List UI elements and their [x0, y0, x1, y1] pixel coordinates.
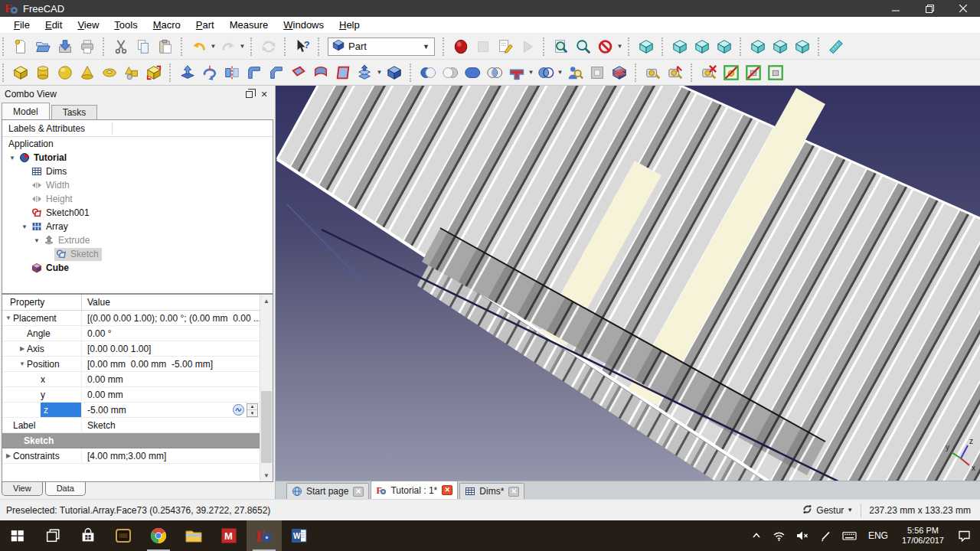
property-value[interactable]: [(0.00 0.00 1.00); 0.00 °; (0.00 mm 0.00… — [82, 311, 260, 325]
copy-icon[interactable] — [132, 35, 154, 57]
property-value[interactable]: -5.00 mm▲▼ — [82, 403, 260, 417]
close-button[interactable] — [946, 0, 980, 17]
ruled-surface-icon[interactable] — [309, 61, 332, 83]
document-tab-tutorial-1[interactable]: FTutorial : 1*✕ — [371, 481, 458, 499]
property-row-x[interactable]: x0.00 mm — [2, 372, 260, 387]
macro-record-icon[interactable] — [449, 35, 472, 57]
property-row-constraints[interactable]: ▶Constraints[4.00 mm;3.00 mm] — [2, 448, 260, 464]
document-tab-start-page[interactable]: Start page✕ — [286, 483, 369, 499]
property-row-angle[interactable]: Angle0.00 ° — [2, 326, 260, 341]
tree-root-application[interactable]: Application — [2, 137, 273, 151]
redo-icon[interactable] — [217, 35, 239, 57]
chevron-down-icon[interactable]: ▼ — [528, 69, 534, 76]
measure-distance-icon[interactable] — [825, 35, 847, 57]
toolbar-handle[interactable] — [169, 64, 173, 82]
chevron-down-icon[interactable]: ▼ — [557, 69, 564, 76]
scroll-down-icon[interactable]: ▼ — [260, 469, 273, 481]
cone-icon[interactable] — [76, 61, 98, 83]
tab-view[interactable]: View — [2, 482, 43, 496]
chevron-up-icon[interactable] — [746, 530, 767, 541]
m-app-icon[interactable]: M — [211, 520, 247, 551]
scroll-thumb[interactable] — [261, 391, 272, 462]
explorer-icon[interactable] — [176, 520, 211, 551]
view-bottom-icon[interactable] — [769, 35, 791, 57]
language-indicator[interactable]: ENG — [862, 530, 894, 541]
menu-macro[interactable]: Macro — [145, 18, 188, 32]
zoom-fit-icon[interactable] — [550, 35, 572, 57]
task-view-icon[interactable] — [35, 520, 70, 551]
box-icon[interactable] — [9, 61, 31, 83]
undo-icon[interactable] — [188, 35, 210, 57]
spin-up-icon[interactable]: ▲ — [247, 404, 257, 411]
close-panel-icon[interactable]: ✕ — [258, 88, 270, 100]
tree-item-cube[interactable]: Cube — [2, 261, 273, 275]
tree-item-width[interactable]: Width — [2, 178, 273, 192]
menu-file[interactable]: File — [6, 18, 38, 32]
property-row-placement[interactable]: ▼Placement[(0.00 0.00 1.00); 0.00 °; (0.… — [2, 311, 260, 326]
workbench-selector[interactable]: Part▼ — [328, 37, 435, 56]
cut-icon[interactable] — [109, 35, 132, 57]
measure-angular-icon[interactable] — [664, 61, 686, 83]
paste-icon[interactable] — [154, 35, 176, 57]
property-value[interactable]: [4.00 mm;3.00 mm] — [82, 448, 260, 463]
spin-down-icon[interactable]: ▼ — [247, 410, 257, 416]
measure-linear-icon[interactable] — [642, 61, 664, 83]
extrude-icon[interactable] — [176, 61, 198, 83]
toolbar-handle[interactable] — [543, 37, 547, 56]
close-tab-icon[interactable]: ✕ — [508, 487, 519, 497]
tree-item-dims[interactable]: Dims — [2, 165, 273, 178]
shape-builder-icon[interactable] — [142, 61, 165, 83]
toolbar-handle[interactable] — [662, 37, 665, 56]
toolbar-handle[interactable] — [443, 37, 446, 56]
view-rear-icon[interactable] — [746, 35, 769, 57]
toolbar-handle[interactable] — [103, 37, 106, 56]
view-left-icon[interactable] — [791, 35, 813, 57]
open-file-icon[interactable] — [31, 35, 54, 57]
chevron-expanded-icon[interactable]: ▼ — [19, 223, 30, 230]
boolean-union-icon[interactable] — [461, 61, 483, 83]
app-icon[interactable] — [106, 520, 141, 551]
cylinder-icon[interactable] — [31, 61, 54, 83]
close-tab-icon[interactable]: ✕ — [442, 485, 452, 495]
scroll-up-icon[interactable]: ▲ — [260, 295, 273, 307]
word-icon[interactable]: W — [282, 520, 317, 551]
freecad-icon[interactable]: F — [247, 520, 282, 551]
chrome-icon[interactable] — [141, 520, 176, 551]
property-value[interactable]: [0.00 mm 0.00 mm -5.00 mm] — [82, 357, 260, 371]
chevron-expanded-icon[interactable]: ▼ — [31, 237, 42, 244]
torus-icon[interactable] — [98, 61, 120, 83]
menu-measure[interactable]: Measure — [222, 18, 276, 32]
tree-item-height[interactable]: Height — [2, 192, 273, 206]
wifi-icon[interactable] — [767, 530, 791, 542]
boolean-cut-icon[interactable] — [439, 61, 461, 83]
chevron-down-icon[interactable]: ▼ — [376, 69, 383, 76]
restore-button[interactable] — [913, 0, 946, 17]
minimize-button[interactable] — [879, 0, 913, 17]
property-value[interactable]: 0.00 mm — [82, 387, 260, 402]
tab-tasks[interactable]: Tasks — [51, 105, 98, 119]
property-value[interactable]: 0.00 ° — [82, 326, 260, 341]
sphere-icon[interactable] — [54, 61, 76, 83]
chamfer-icon[interactable] — [265, 61, 287, 83]
menu-view[interactable]: View — [70, 18, 106, 32]
fillet-icon[interactable] — [243, 61, 265, 83]
toolbar-handle[interactable] — [181, 37, 185, 56]
float-panel-icon[interactable] — [243, 88, 255, 100]
primitives-icon[interactable] — [120, 61, 142, 83]
tree-item-extrude[interactable]: ▼Extrude — [2, 233, 273, 247]
tree-item-tutorial[interactable]: ▼Tutorial — [2, 151, 273, 165]
expression-editor-icon[interactable] — [233, 404, 244, 416]
revolve-icon[interactable] — [198, 61, 220, 83]
chevron-collapsed-icon[interactable]: ▶ — [18, 345, 27, 352]
3d-viewport[interactable]: z y x — [276, 86, 980, 481]
property-row-z[interactable]: z-5.00 mm▲▼ — [2, 403, 260, 418]
property-row-position[interactable]: ▼Position[0.00 mm 0.00 mm -5.00 mm] — [2, 357, 260, 372]
cross-sections-icon[interactable] — [608, 61, 630, 83]
property-row-label[interactable]: LabelSketch — [2, 418, 260, 433]
whats-this-icon[interactable]: ? — [291, 35, 313, 57]
volume-muted-icon[interactable] — [791, 530, 815, 541]
navigation-style-selector[interactable]: Gestur ▼ — [794, 504, 861, 517]
toolbar-handle[interactable] — [250, 37, 254, 56]
start-icon[interactable] — [0, 520, 35, 551]
menu-help[interactable]: Help — [332, 18, 368, 32]
